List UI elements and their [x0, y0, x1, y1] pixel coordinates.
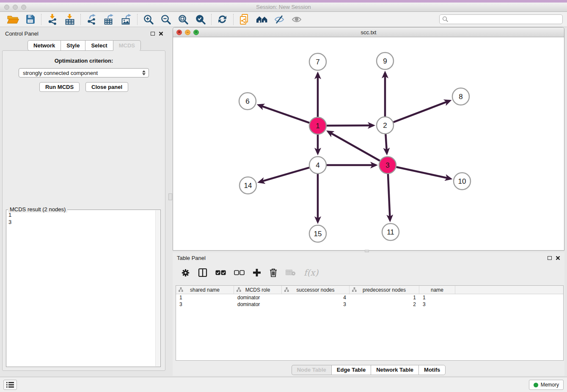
window-controls[interactable]	[4, 5, 26, 10]
refresh-button[interactable]	[214, 13, 231, 26]
graph-edge-1-2[interactable]	[327, 125, 373, 126]
graph-edge-2-3[interactable]	[385, 134, 387, 153]
network-close-button[interactable]: ✕	[176, 30, 182, 35]
criterion-value: strongly connected component	[23, 70, 98, 76]
table-settings-button[interactable]	[181, 268, 190, 277]
tab-style[interactable]: Style	[61, 40, 85, 51]
delete-row-button[interactable]	[269, 268, 278, 277]
tab-edge-table[interactable]: Edge Table	[331, 365, 371, 375]
toolbar-separator	[211, 14, 212, 25]
float-table-panel-icon[interactable]	[548, 256, 552, 260]
zoom-selected-button[interactable]	[192, 13, 209, 26]
column-header-successor-nodes[interactable]: successor nodes	[282, 286, 350, 294]
network-canvas[interactable]: 7968124314101511	[173, 37, 564, 250]
graph-node-7[interactable]: 7	[309, 53, 326, 70]
table-row[interactable]: 3dominator323	[176, 301, 563, 308]
close-window-button[interactable]	[4, 5, 9, 10]
network-minimize-button[interactable]: −	[185, 30, 190, 35]
close-table-panel-icon[interactable]	[556, 256, 560, 260]
table-cell[interactable]: 3	[176, 301, 234, 307]
column-header-MCDS-role[interactable]: MCDS role	[234, 286, 282, 294]
import-table-button[interactable]	[61, 13, 78, 26]
open-session-button[interactable]	[4, 13, 22, 26]
clone-network-button[interactable]	[236, 13, 253, 26]
zoom-fit-button[interactable]	[174, 13, 192, 26]
deselect-all-icon	[234, 270, 245, 276]
tab-node-table[interactable]: Node Table	[292, 365, 331, 375]
home-button[interactable]	[253, 13, 270, 26]
graph-edge-3-11[interactable]	[388, 174, 390, 220]
network-maximize-button[interactable]: +	[193, 30, 199, 35]
add-row-button[interactable]	[253, 268, 261, 277]
graph-node-6[interactable]: 6	[239, 93, 256, 110]
network-window-titlebar[interactable]: ✕ − + scc.txt	[173, 28, 564, 37]
float-panel-icon[interactable]	[151, 32, 155, 36]
graph-edge-3-1[interactable]	[328, 132, 380, 161]
graph-edge-4-14[interactable]	[259, 168, 309, 182]
graph-edge-3-10[interactable]	[396, 167, 451, 179]
graph-node-15[interactable]: 15	[309, 225, 326, 242]
table-cell[interactable]: 1	[419, 295, 455, 301]
table-row[interactable]: 1dominator411	[176, 294, 563, 301]
column-header-shared-name[interactable]: shared name	[176, 286, 234, 294]
show-columns-button[interactable]	[198, 268, 207, 277]
column-header-predecessor-nodes[interactable]: predecessor nodes	[350, 286, 419, 294]
select-all-button[interactable]	[215, 270, 226, 276]
graph-node-11[interactable]: 11	[382, 224, 399, 240]
graph-edge-2-8[interactable]	[394, 101, 450, 122]
eye-slash-icon	[274, 14, 285, 25]
graph-node-10[interactable]: 10	[454, 173, 471, 190]
graph-node-1[interactable]: 1	[309, 117, 326, 134]
import-network-button[interactable]	[44, 13, 61, 26]
tab-motifs[interactable]: Motifs	[418, 365, 446, 375]
close-panel-button[interactable]: Close panel	[85, 82, 128, 92]
graph-node-4[interactable]: 4	[309, 157, 326, 174]
table-cell[interactable]: 3	[419, 301, 455, 307]
column-header-name[interactable]: name	[419, 286, 455, 294]
toolbar-separator	[233, 14, 234, 25]
tab-network[interactable]: Network	[28, 40, 61, 51]
graph-node-14[interactable]: 14	[239, 177, 256, 194]
refresh-icon	[217, 14, 228, 25]
memory-button[interactable]: Memory	[529, 380, 564, 390]
graph-node-9[interactable]: 9	[377, 52, 394, 69]
save-session-button[interactable]	[22, 13, 39, 26]
window-titlebar: Session: New Session	[0, 0, 567, 12]
vertical-splitter-handle[interactable]	[168, 193, 172, 200]
table-cell[interactable]: dominator	[234, 301, 282, 307]
hide-panel-button[interactable]	[270, 13, 288, 26]
graph-node-2[interactable]: 2	[377, 117, 394, 134]
tab-select[interactable]: Select	[85, 40, 113, 51]
table-cell[interactable]: 3	[282, 301, 350, 307]
table-cell[interactable]: dominator	[234, 295, 282, 301]
export-image-button[interactable]	[118, 13, 135, 26]
maximize-window-button[interactable]	[21, 5, 26, 10]
run-mcds-button[interactable]: Run MCDS	[39, 82, 80, 92]
deselect-all-button[interactable]	[234, 270, 245, 276]
criterion-dropdown[interactable]: strongly connected component	[19, 68, 149, 77]
graph-node-8[interactable]: 8	[452, 88, 469, 105]
export-table-button[interactable]	[100, 13, 118, 26]
search-box[interactable]	[439, 14, 563, 24]
search-input[interactable]	[450, 16, 560, 22]
close-panel-icon[interactable]	[159, 31, 163, 36]
minimize-window-button[interactable]	[13, 5, 18, 10]
delete-table-button-disabled	[286, 269, 296, 276]
control-panel-tabs: Network Style Select MCDS	[1, 40, 168, 51]
table-cell[interactable]: 4	[282, 295, 350, 301]
tab-mcds[interactable]: MCDS	[113, 40, 141, 51]
network-window-title: scc.txt	[173, 29, 564, 36]
graph-edge-1-6[interactable]	[259, 105, 309, 123]
result-scrollbar[interactable]	[155, 210, 160, 366]
table-cell[interactable]: 1	[176, 295, 234, 301]
zoom-out-button[interactable]	[157, 13, 174, 26]
table-cell[interactable]: 2	[350, 301, 419, 307]
show-panel-button[interactable]	[288, 13, 305, 26]
import-network-icon	[47, 14, 58, 25]
graph-node-3[interactable]: 3	[379, 157, 396, 174]
table-cell[interactable]: 1	[350, 295, 419, 301]
zoom-in-button[interactable]	[140, 13, 157, 26]
export-network-button[interactable]	[83, 13, 100, 26]
tab-network-table[interactable]: Network Table	[371, 365, 418, 375]
task-history-button[interactable]	[3, 380, 17, 390]
